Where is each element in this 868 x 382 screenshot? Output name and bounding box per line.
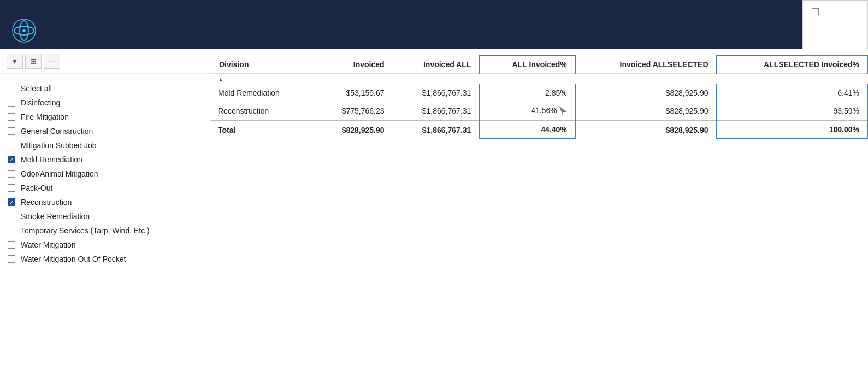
filter-button[interactable]: ▼ (7, 54, 23, 69)
division-label: Temporary Services (Tarp, Wind, Etc.) (21, 226, 150, 235)
expand-button[interactable]: ⊞ (25, 54, 42, 69)
dna-logo-icon (12, 19, 36, 43)
data-table: Division Invoiced Invoiced ALL ALL Invoi… (210, 55, 868, 139)
total-td-invoiced_allselected: $828,925.90 (575, 121, 717, 139)
td-division: Reconstruction (210, 102, 314, 121)
division-label: Disinfecting (21, 98, 60, 107)
table-row: Mold Remediation$53,159.67$1,866,767.312… (210, 84, 867, 102)
td-invoiced_all: $1,866,767.31 (392, 102, 480, 121)
sort-arrow-icon: ▲ (218, 77, 223, 83)
division-list-item[interactable]: Water Mitigation Out Of Pocket (0, 252, 210, 266)
division-label: Smoke Remediation (21, 212, 90, 221)
year-panel (802, 0, 868, 49)
td-invoiced: $775,766.23 (314, 102, 392, 121)
td-allselected_invoiced_pct: 93.59% (717, 102, 867, 121)
division-list-item[interactable]: Temporary Services (Tarp, Wind, Etc.) (0, 224, 210, 238)
td-all_invoiced_pct: 2.85% (479, 84, 575, 102)
year-checkbox[interactable] (812, 8, 819, 15)
total-td-all_invoiced_pct: 44.40% (479, 121, 575, 139)
division-label: Select all (21, 84, 52, 93)
th-invoiced: Invoiced (314, 55, 392, 74)
th-division: Division (210, 55, 314, 74)
td-all_invoiced_pct: 41.56% (479, 102, 575, 121)
division-list-item[interactable]: Fire Mitigation (0, 110, 210, 124)
th-invoiced-allselected: Invoiced ALLSELECTED (575, 55, 717, 74)
division-list-item[interactable]: Mitigation Subbed Job (0, 138, 210, 152)
logo-area (7, 15, 160, 46)
header (0, 0, 868, 49)
td-invoiced_allselected: $828,925.90 (575, 102, 717, 121)
division-list-item[interactable]: Pack-Out (0, 181, 210, 195)
division-list-item[interactable]: ✓Mold Remediation (0, 152, 210, 167)
division-list-item[interactable]: Water Mitigation (0, 238, 210, 252)
td-allselected_invoiced_pct: 6.41% (717, 84, 867, 102)
th-allselected-invoiced-pct: ALLSELECTED Invoiced% (717, 55, 867, 74)
cursor-icon (559, 106, 567, 116)
more-button[interactable]: ··· (44, 54, 60, 69)
division-checkbox[interactable] (8, 184, 15, 192)
division-label: Water Mitigation Out Of Pocket (21, 255, 126, 263)
division-list-item[interactable]: General Construction (0, 124, 210, 138)
division-checkbox[interactable] (8, 99, 15, 107)
division-checkbox[interactable] (8, 142, 15, 149)
th-invoiced-all: Invoiced ALL (392, 55, 480, 74)
division-list-item[interactable]: Select all (0, 81, 210, 96)
division-checkbox[interactable] (8, 255, 15, 263)
division-checkbox[interactable] (8, 170, 15, 178)
division-label: Reconstruction (21, 198, 72, 207)
filter-toolbar: ▼ ⊞ ··· (0, 49, 210, 74)
total-td-division: Total (210, 121, 314, 139)
table-row: Reconstruction$775,766.23$1,866,767.3141… (210, 102, 867, 121)
division-list-item[interactable]: ✓Reconstruction (0, 195, 210, 209)
division-checkbox[interactable] (8, 127, 15, 135)
division-label: Mold Remediation (21, 155, 82, 164)
year-option-row[interactable] (812, 8, 822, 15)
division-checkbox[interactable] (8, 241, 15, 249)
total-td-allselected_invoiced_pct: 100.00% (717, 121, 867, 139)
td-invoiced_all: $1,866,767.31 (392, 84, 480, 102)
td-invoiced_allselected: $828,925.90 (575, 84, 717, 102)
division-checkbox[interactable]: ✓ (8, 198, 15, 206)
td-invoiced: $53,159.67 (314, 84, 392, 102)
division-label: General Construction (21, 127, 93, 136)
main-area: ▼ ⊞ ··· Select allDisinfectingFire Mitig… (0, 49, 868, 382)
division-label: Water Mitigation (21, 240, 76, 249)
division-list-item[interactable]: Odor/Animal Mitigation (0, 167, 210, 181)
division-checkbox[interactable] (8, 227, 15, 234)
division-checkbox[interactable]: ✓ (8, 156, 15, 163)
right-panel: Division Invoiced Invoiced ALL ALL Invoi… (210, 49, 868, 382)
division-checkbox[interactable] (8, 213, 15, 220)
division-list-item[interactable]: Smoke Remediation (0, 209, 210, 224)
division-label: Fire Mitigation (21, 113, 69, 121)
division-list[interactable]: Select allDisinfectingFire MitigationGen… (0, 80, 210, 382)
total-td-invoiced: $828,925.90 (314, 121, 392, 139)
division-checkbox[interactable] (8, 85, 15, 92)
sort-arrow-cell: ▲ (210, 74, 314, 85)
division-checkbox[interactable] (8, 113, 15, 121)
total-td-invoiced_all: $1,866,767.31 (392, 121, 480, 139)
table-total-row: Total$828,925.90$1,866,767.3144.40%$828,… (210, 121, 867, 139)
left-panel: ▼ ⊞ ··· Select allDisinfectingFire Mitig… (0, 49, 210, 382)
svg-point-3 (22, 29, 26, 32)
division-label: Odor/Animal Mitigation (21, 169, 98, 178)
td-division: Mold Remediation (210, 84, 314, 102)
th-all-invoiced-pct: ALL Invoiced% (479, 55, 575, 74)
division-header (0, 74, 210, 80)
division-label: Mitigation Subbed Job (21, 141, 97, 150)
division-label: Pack-Out (21, 184, 52, 192)
division-list-item[interactable]: Disinfecting (0, 96, 210, 110)
